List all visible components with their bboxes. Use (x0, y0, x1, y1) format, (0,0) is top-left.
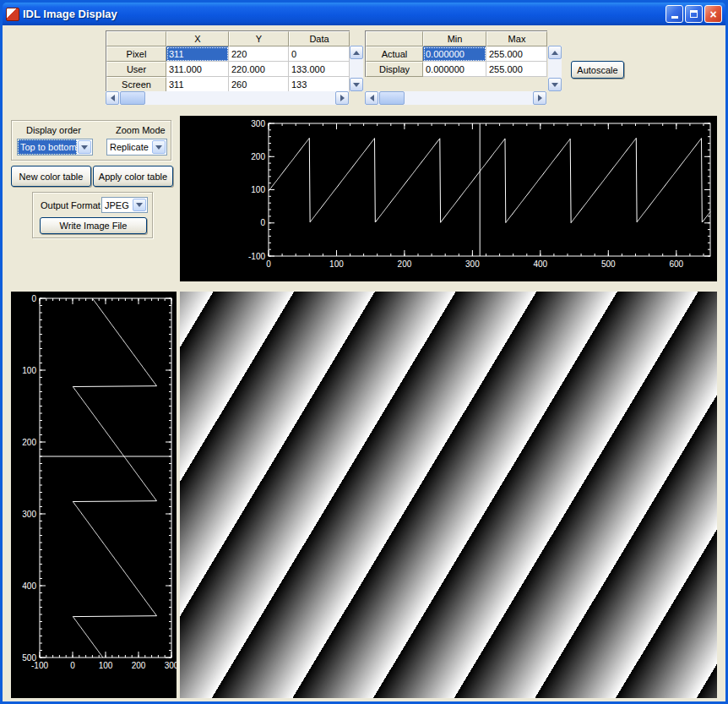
dropdown-button[interactable] (78, 140, 91, 154)
svg-text:-100: -100 (31, 661, 48, 670)
scrollbar-thumb[interactable] (379, 91, 405, 105)
output-format-value: JPEG (102, 198, 132, 212)
pixel-data-cell[interactable]: 0 (289, 46, 350, 62)
zoom-mode-value: Replicate (107, 139, 151, 155)
scroll-up-button[interactable] (548, 46, 562, 59)
svg-text:600: 600 (669, 259, 683, 269)
dropdown-button[interactable] (152, 140, 166, 154)
title-bar[interactable]: IDL Image Display × (3, 3, 725, 25)
actual-row-label: Actual (366, 46, 423, 62)
new-color-table-button[interactable]: New color table (11, 166, 91, 187)
up-arrow-icon (353, 51, 360, 55)
pixel-table-hscrollbar[interactable] (106, 91, 349, 105)
scroll-down-button[interactable] (350, 78, 363, 91)
pixel-y-cell[interactable]: 220 (229, 46, 289, 62)
left-arrow-icon (111, 95, 115, 101)
range-table-header-max: Max (486, 31, 547, 46)
svg-text:300: 300 (251, 119, 265, 128)
svg-text:100: 100 (99, 661, 113, 670)
display-row-label: Display (366, 62, 423, 77)
table-row: Actual 0.000000 255.000 (366, 46, 547, 62)
down-arrow-icon (353, 83, 360, 87)
table-row: Display 0.000000 255.000 (366, 62, 547, 77)
minimize-button[interactable] (666, 5, 683, 23)
close-button[interactable]: × (704, 5, 722, 23)
range-table-corner-cell (366, 31, 423, 46)
svg-text:500: 500 (22, 653, 36, 663)
user-y-cell[interactable]: 220.000 (229, 62, 289, 77)
right-arrow-icon (340, 95, 345, 101)
user-x-cell[interactable]: 311.000 (166, 62, 229, 77)
right-arrow-icon (538, 95, 542, 101)
maximize-button[interactable] (685, 5, 703, 23)
zoom-mode-label: Zoom Mode (116, 125, 166, 135)
scroll-right-button[interactable] (335, 91, 349, 105)
apply-color-table-button[interactable]: Apply color table (93, 166, 173, 187)
scroll-right-button[interactable] (533, 91, 546, 105)
write-image-file-button[interactable]: Write Image File (40, 217, 147, 234)
down-arrow-icon (551, 83, 558, 87)
output-format-label: Output Format (41, 200, 101, 210)
display-order-combobox[interactable]: Top to bottom (17, 139, 93, 156)
chevron-down-icon (81, 145, 88, 150)
display-order-label: Display order (26, 125, 81, 135)
app-window: IDL Image Display × X Y Data Pixel 311 2… (0, 0, 728, 704)
column-profile-plot[interactable]: -10001002003000100200300400500 (11, 292, 177, 698)
chevron-down-icon (136, 203, 143, 207)
pixel-table-vscrollbar[interactable] (350, 46, 363, 91)
user-data-cell[interactable]: 133.000 (289, 62, 350, 77)
actual-max-cell[interactable]: 255.000 (486, 46, 547, 62)
dropdown-button[interactable] (133, 199, 146, 211)
scroll-up-button[interactable] (350, 46, 363, 59)
svg-text:100: 100 (22, 366, 36, 375)
svg-text:500: 500 (601, 259, 616, 269)
svg-text:0: 0 (31, 294, 36, 303)
maximize-icon (690, 10, 698, 18)
pixel-table-corner-cell (106, 31, 166, 46)
screen-x-cell[interactable]: 311 (166, 77, 229, 92)
display-max-cell[interactable]: 255.000 (486, 62, 547, 77)
display-options-frame: Display order Top to bottom Zoom Mode Re… (11, 120, 171, 161)
output-format-combobox[interactable]: JPEG (101, 197, 148, 213)
svg-text:-100: -100 (248, 252, 265, 261)
table-row: Screen 311 260 133 (106, 77, 350, 92)
svg-text:400: 400 (534, 259, 548, 269)
range-table-vscrollbar[interactable] (548, 46, 562, 91)
screen-data-cell[interactable]: 133 (289, 77, 350, 92)
scroll-down-button[interactable] (548, 78, 562, 91)
window-title: IDL Image Display (23, 8, 664, 20)
screen-row-label: Screen (106, 77, 166, 92)
svg-text:100: 100 (329, 259, 344, 269)
pixel-x-cell[interactable]: 311 (166, 46, 229, 62)
screen-y-cell[interactable]: 260 (229, 77, 289, 92)
minimize-icon (671, 16, 678, 19)
user-row-label: User (106, 62, 166, 77)
row-profile-plot[interactable]: 0100200300400500600-1000100200300 (180, 116, 717, 281)
svg-text:200: 200 (22, 438, 36, 447)
range-table-hscrollbar[interactable] (365, 91, 546, 105)
table-row: Pixel 311 220 0 (106, 46, 350, 62)
zoom-mode-combobox[interactable]: Replicate (106, 139, 167, 156)
scrollbar-thumb[interactable] (120, 91, 145, 105)
svg-text:200: 200 (398, 259, 412, 269)
svg-text:400: 400 (22, 581, 36, 591)
display-min-cell[interactable]: 0.000000 (423, 62, 486, 77)
svg-text:200: 200 (251, 152, 265, 161)
output-frame: Output Format JPEG Write Image File (32, 192, 153, 238)
svg-text:200: 200 (132, 661, 146, 670)
range-table: Min Max Actual 0.000000 255.000 Display … (365, 30, 547, 77)
svg-text:0: 0 (70, 661, 75, 670)
close-icon: × (709, 8, 716, 21)
actual-min-cell[interactable]: 0.000000 (423, 46, 486, 62)
svg-text:0: 0 (266, 259, 271, 269)
main-content: X Y Data Pixel 311 220 0 User 311.000 22… (3, 25, 725, 701)
chevron-down-icon (155, 145, 162, 150)
autoscale-button[interactable]: Autoscale (571, 61, 624, 79)
scroll-left-button[interactable] (365, 91, 378, 105)
pixel-table-header-x: X (166, 31, 229, 46)
scroll-left-button[interactable] (106, 91, 119, 105)
display-order-value: Top to bottom (18, 139, 77, 155)
image-display[interactable] (180, 292, 717, 698)
table-row: User 311.000 220.000 133.000 (106, 62, 350, 77)
svg-text:0: 0 (260, 218, 265, 227)
